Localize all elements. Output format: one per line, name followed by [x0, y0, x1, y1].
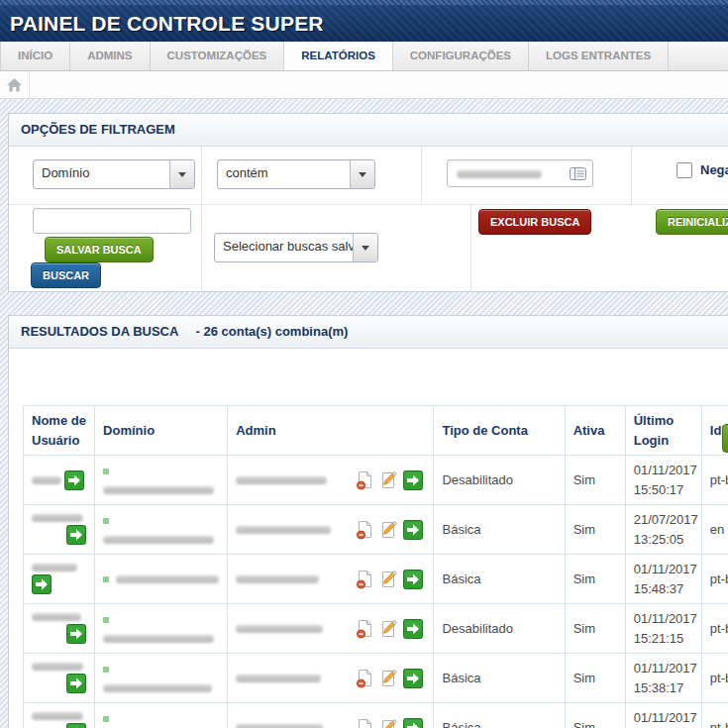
filter-field-select-value: Domínio — [34, 160, 169, 188]
filter-operator-select[interactable]: contém — [217, 159, 375, 189]
login-as-icon — [403, 470, 423, 490]
main-nav-tabs: INÍCIOADMINSCUSTOMIZAÇÕESRELATÓRIOSCONFI… — [0, 42, 728, 71]
login-as-icon — [66, 674, 86, 693]
filter-operator-cell: contém — [202, 147, 422, 204]
login-as-user-button[interactable] — [32, 574, 52, 594]
cell-ultimo-login: 01/11/2017 15:38:17 — [625, 654, 701, 703]
redacted-username — [32, 663, 83, 671]
filter-field-cell: Domínio — [9, 147, 202, 204]
cell-ativa: Sim — [565, 604, 625, 654]
col-header-dominio: Domínio — [95, 406, 228, 456]
domain-status-dot — [103, 576, 109, 582]
export-button-partial[interactable] — [722, 424, 728, 453]
edit-account-button[interactable] — [379, 619, 397, 639]
log-file-icon — [356, 619, 373, 639]
filter-field-select[interactable]: Domínio — [33, 159, 195, 189]
log-file-button[interactable] — [356, 718, 373, 728]
cell-ultimo-login: 01/11/2017 15:21:15 — [625, 604, 701, 654]
tab-admins[interactable]: ADMINS — [70, 42, 150, 70]
cell-idioma: en — [701, 505, 728, 555]
login-as-user-button[interactable] — [66, 525, 86, 545]
delete-search-button[interactable]: EXCLUIR BUSCA — [478, 209, 591, 235]
reset-search-button[interactable]: REINICIALIZAR BUSCA — [656, 209, 728, 235]
cell-nome-de-usuario — [24, 604, 95, 654]
tab-configura-es[interactable]: CONFIGURAÇÕES — [393, 42, 529, 70]
login-date: 01/11/2017 — [634, 659, 693, 678]
tab-logs-entrantes[interactable]: LOGS ENTRANTES — [529, 42, 669, 70]
login-date: 01/11/2017 — [634, 609, 693, 629]
login-as-account-button[interactable] — [403, 570, 423, 589]
login-as-user-button[interactable] — [66, 723, 86, 728]
login-date: 01/11/2017 — [634, 461, 693, 480]
edit-icon — [379, 570, 397, 589]
page-title: PAINEL DE CONTROLE SUPER — [10, 12, 324, 35]
login-as-account-button[interactable] — [403, 470, 423, 490]
login-as-account-button[interactable] — [403, 718, 423, 728]
log-file-button[interactable] — [356, 669, 373, 688]
login-as-account-button[interactable] — [403, 520, 423, 540]
breadcrumb-home[interactable] — [0, 71, 30, 98]
edit-icon — [379, 470, 397, 490]
saved-searches-select-button[interactable] — [353, 234, 377, 261]
login-as-user-button[interactable] — [64, 470, 84, 490]
domain-status-dot — [103, 518, 109, 524]
login-as-account-button[interactable] — [403, 619, 423, 639]
list-picker-icon[interactable] — [570, 167, 586, 180]
login-as-user-button[interactable] — [66, 674, 86, 693]
cell-nome-de-usuario — [24, 555, 95, 604]
table-row: Básica Sim 01/11/2017 15:38:17 pt-br — [24, 654, 728, 703]
edit-account-button[interactable] — [379, 718, 397, 728]
redacted-admin — [236, 575, 319, 583]
title-bar: PAINEL DE CONTROLE SUPER — [0, 5, 728, 42]
log-file-button[interactable] — [356, 570, 373, 589]
domain-status-dot — [103, 468, 109, 474]
col-header-admin: Admin — [228, 406, 434, 456]
cell-dominio — [95, 555, 228, 604]
cell-admin — [228, 456, 434, 505]
filter-operator-select-button[interactable] — [350, 160, 374, 188]
log-file-button[interactable] — [356, 520, 373, 540]
cell-idioma: pt-br — [701, 456, 728, 505]
domain-status-dot — [103, 617, 109, 623]
cell-dominio — [95, 456, 228, 505]
login-as-icon — [66, 723, 86, 728]
cell-admin — [228, 604, 434, 654]
table-row: Desabilitado Sim 01/11/2017 15:21:15 pt-… — [24, 604, 728, 654]
tab-customiza-es[interactable]: CUSTOMIZAÇÕES — [151, 42, 285, 70]
login-as-account-button[interactable] — [403, 669, 423, 688]
redacted-domain — [103, 635, 214, 643]
edit-account-button[interactable] — [379, 520, 397, 540]
saved-searches-select[interactable]: Selecionar buscas salvas — [214, 233, 378, 262]
cell-ativa: Sim — [565, 703, 625, 728]
tab-relat-rios[interactable]: RELATÓRIOS — [284, 42, 393, 70]
cell-tipo-de-conta: Básica — [434, 703, 565, 728]
tab-in-cio[interactable]: INÍCIO — [0, 42, 70, 70]
login-as-user-button[interactable] — [66, 624, 86, 644]
cell-ativa: Sim — [565, 505, 625, 555]
cell-dominio — [95, 604, 228, 654]
search-button[interactable]: BUSCAR — [31, 262, 101, 288]
filter-value-input[interactable] — [447, 159, 593, 187]
edit-account-button[interactable] — [379, 470, 397, 490]
cell-admin — [228, 703, 434, 728]
log-file-button[interactable] — [356, 619, 373, 639]
save-search-name-input[interactable] — [33, 208, 191, 234]
cell-tipo-de-conta: Básica — [434, 505, 565, 555]
cell-ultimo-login: 01/11/2017 15:48:37 — [625, 555, 701, 604]
edit-account-button[interactable] — [379, 669, 397, 688]
table-row: Desabilitado Sim 01/11/2017 15:50:17 pt-… — [24, 456, 728, 505]
results-panel-body: Nome de Usuário Domínio Admin Tipo de Co… — [9, 405, 728, 728]
redacted-username — [32, 564, 77, 572]
log-file-button[interactable] — [356, 470, 373, 490]
login-date: 21/07/2017 — [634, 510, 693, 530]
filter-field-select-button[interactable] — [169, 160, 194, 188]
results-panel: RESULTADOS DA BUSCA - 26 conta(s) combin… — [8, 315, 728, 728]
negate-checkbox[interactable] — [676, 162, 692, 178]
cell-ultimo-login: 01/11/2017 15:50:17 — [625, 456, 701, 505]
cell-tipo-de-conta: Básica — [434, 555, 565, 604]
cell-idioma: pt-br — [701, 654, 728, 703]
cell-ativa: Sim — [565, 654, 625, 703]
filter-panel-body: Domínio contém — [9, 147, 728, 291]
save-search-button[interactable]: SALVAR BUSCA — [45, 237, 154, 262]
edit-account-button[interactable] — [379, 570, 397, 589]
